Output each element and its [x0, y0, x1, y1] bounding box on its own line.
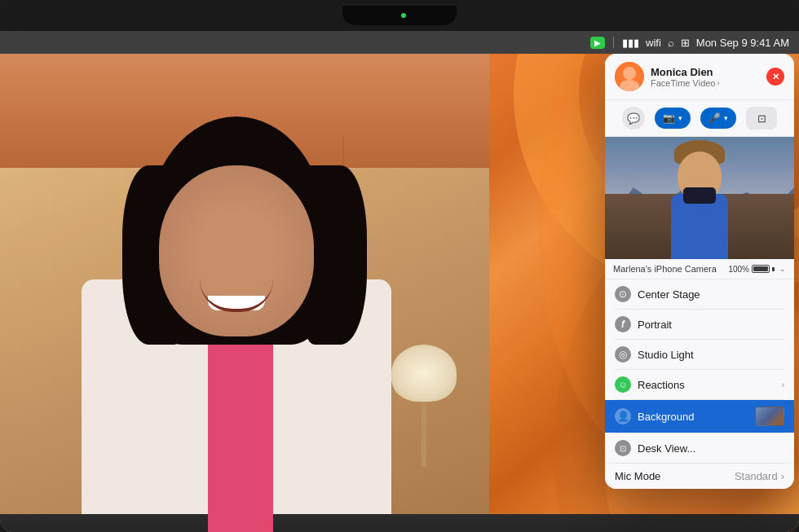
mic-mode-chevron-icon: ›: [781, 470, 784, 482]
center-stage-label: Center Stage: [638, 288, 784, 301]
camera-source-bar: Marlena's iPhone Camera 100% ⌄: [605, 259, 794, 279]
person-shirt-accent: [208, 328, 273, 532]
close-icon: ✕: [772, 73, 779, 81]
preview-body: [671, 194, 728, 259]
mic-mode-label: Mic Mode: [615, 470, 660, 482]
menu-item-studio-light[interactable]: ◎ Studio Light: [605, 340, 794, 369]
contact-name: Monica Dien: [651, 66, 766, 78]
screen-bezel: ▶ ▮▮▮ wifi ⌕ ⊞ Mon Sep 9 9:41 AM: [0, 0, 799, 532]
facetime-camera-icon: ▶: [594, 38, 601, 47]
contact-info: Monica Dien FaceTime Video ›: [651, 66, 766, 88]
close-button[interactable]: ✕: [766, 68, 784, 86]
menu-item-center-stage[interactable]: ⊙ Center Stage: [605, 279, 794, 309]
facetime-panel: Monica Dien FaceTime Video › ✕ 💬: [605, 54, 794, 489]
spotlight-icon[interactable]: ⌕: [668, 37, 674, 49]
contact-avatar: [615, 62, 644, 91]
reactions-chevron-icon: ›: [782, 380, 784, 389]
battery-fill: [753, 266, 768, 271]
mic-mode-current: Standard: [735, 470, 778, 482]
menu-item-portrait[interactable]: f Portrait: [605, 310, 794, 339]
main-video-feed: [0, 54, 505, 532]
facetime-menubar-icon[interactable]: ▶: [590, 37, 605, 49]
background-label: Background: [638, 411, 748, 423]
message-icon: 💬: [627, 112, 640, 125]
person-figure: [16, 100, 473, 532]
portrait-label: Portrait: [638, 319, 784, 331]
camera-chevron-icon: ▾: [678, 114, 682, 122]
battery-indicator: 100%: [728, 265, 775, 274]
person-face: [159, 165, 314, 336]
camera-icon: 📷: [663, 112, 675, 124]
menu-separator: [613, 37, 614, 48]
screen-share-button[interactable]: ⊡: [746, 107, 777, 130]
menu-item-background[interactable]: 👤 Background: [605, 400, 794, 433]
svg-point-1: [623, 67, 636, 80]
mic-button[interactable]: 🎤 ▾: [700, 108, 736, 129]
studio-light-icon: ◎: [615, 346, 631, 363]
mic-mode-row[interactable]: Mic Mode Standard ›: [605, 464, 794, 489]
battery-bar: [752, 265, 770, 273]
background-thumbnail: [755, 407, 784, 426]
desk-view-icon: ⊡: [615, 440, 631, 456]
menu-item-reactions[interactable]: ☺ Reactions ›: [605, 370, 794, 399]
datetime-display: Mon Sep 9 9:41 AM: [696, 37, 789, 49]
background-icon: 👤: [615, 408, 631, 424]
screen-share-icon: ⊡: [757, 112, 766, 125]
menu-bar-right: ▶ ▮▮▮ wifi ⌕ ⊞ Mon Sep 9 9:41 AM: [590, 37, 789, 49]
center-stage-icon: ⊙: [615, 286, 631, 302]
main-content: Monica Dien FaceTime Video › ✕ 💬: [0, 54, 799, 532]
studio-light-label: Studio Light: [638, 349, 784, 361]
battery-percentage: 100%: [728, 265, 749, 274]
wifi-icon: wifi: [646, 37, 661, 49]
menu-bar: ▶ ▮▮▮ wifi ⌕ ⊞ Mon Sep 9 9:41 AM: [0, 31, 799, 54]
source-chevron-icon[interactable]: ⌄: [779, 265, 786, 273]
mic-chevron-icon: ▾: [724, 114, 728, 122]
camera-notch: [342, 6, 457, 25]
camera-source-label: Marlena's iPhone Camera: [613, 264, 717, 274]
battery-tip: [772, 267, 775, 271]
message-button[interactable]: 💬: [622, 107, 645, 130]
camera-source-right: 100% ⌄: [728, 265, 786, 274]
contact-chevron: ›: [717, 79, 719, 87]
menu-item-desk-view[interactable]: ⊡ Desk View...: [605, 433, 794, 463]
keyboard-area: [0, 514, 799, 532]
controls-row: 💬 📷 ▾ 🎤 ▾ ⊡: [605, 100, 794, 137]
preview-person: [663, 153, 736, 259]
camera-indicator-dot: [401, 13, 406, 18]
control-center-icon[interactable]: ⊞: [681, 37, 690, 49]
reactions-icon: ☺: [615, 376, 631, 393]
laptop-frame: ▶ ▮▮▮ wifi ⌕ ⊞ Mon Sep 9 9:41 AM: [0, 0, 799, 532]
mic-icon: 🎤: [709, 112, 721, 124]
desk-view-label: Desk View...: [638, 442, 784, 455]
reactions-label: Reactions: [638, 379, 775, 391]
preview-scarf: [683, 187, 716, 204]
contact-header: Monica Dien FaceTime Video › ✕: [605, 54, 794, 100]
menu-items-list: ⊙ Center Stage f Portrait: [605, 279, 794, 463]
camera-button[interactable]: 📷 ▾: [655, 108, 691, 129]
notch-bar: [0, 0, 799, 31]
portrait-icon: f: [615, 316, 631, 332]
battery-icon: ▮▮▮: [622, 37, 639, 49]
contact-subtitle: FaceTime Video ›: [651, 78, 766, 88]
video-preview: [605, 137, 794, 259]
mic-mode-value: Standard ›: [735, 470, 784, 482]
contact-call-type: FaceTime Video: [651, 78, 715, 88]
